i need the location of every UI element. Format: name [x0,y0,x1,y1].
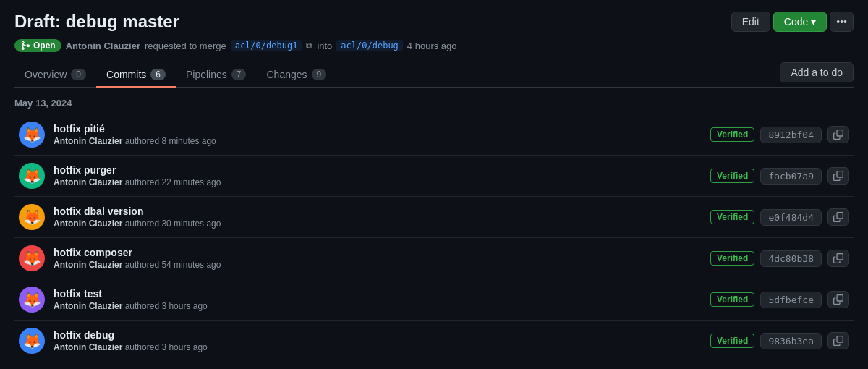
copy-hash-button[interactable] [827,208,849,226]
verified-badge: Verified [710,251,754,266]
commit-row: 🦊 hotfix debug Antonin Clauzier authored… [14,321,854,361]
verified-badge: Verified [710,169,754,183]
avatar: 🦊 [19,122,45,148]
commit-author: Antonin Clauzier authored 30 minutes ago [54,219,702,229]
tabs-bar: Overview0Commits6Pipelines7Changes9 Add … [14,62,854,88]
commit-row: 🦊 hotfix test Antonin Clauzier authored … [14,279,854,321]
tab-commits[interactable]: Commits6 [96,63,176,88]
copy-icon [833,171,843,181]
more-options-button[interactable]: ••• [830,12,854,32]
copy-icon [833,336,843,346]
commit-row: 🦊 hotfix dbal version Antonin Clauzier a… [14,197,854,238]
pr-time: 4 hours ago [407,41,457,51]
commit-author: Antonin Clauzier authored 3 hours ago [54,301,702,311]
tab-overview[interactable]: Overview0 [14,63,96,88]
tabs-left: Overview0Commits6Pipelines7Changes9 [14,63,336,87]
commit-hash[interactable]: 5dfbefce [760,292,822,308]
commit-author: Antonin Clauzier authored 3 hours ago [54,342,702,352]
pr-author: Antonin Clauzier [66,41,140,51]
commit-title[interactable]: hotfix composer [54,247,702,258]
add-todo-button[interactable]: Add a to do [780,62,854,82]
tab-label-changes: Changes [266,69,307,80]
tab-changes[interactable]: Changes9 [256,63,336,88]
date-group: May 13, 2024 [14,88,854,114]
tab-pipelines[interactable]: Pipelines7 [176,63,257,88]
commit-right: Verified 9836b3ea [710,332,849,349]
verified-badge: Verified [710,334,754,348]
commit-info: hotfix purger Antonin Clauzier authored … [54,164,702,187]
copy-hash-button[interactable] [827,250,849,267]
page-container: Draft: debug master Edit Code ▾ ••• Open… [0,0,868,369]
copy-branch-icon[interactable]: ⧉ [306,41,312,51]
commit-info: hotfix dbal version Antonin Clauzier aut… [54,205,702,229]
pr-title-actions: Edit Code ▾ ••• [731,12,854,32]
commit-row: 🦊 hotfix composer Antonin Clauzier autho… [14,238,854,279]
tab-label-commits: Commits [106,69,146,80]
avatar: 🦊 [19,328,45,354]
commit-info: hotfix debug Antonin Clauzier authored 3… [54,329,702,352]
commit-list: 🦊 hotfix pitié Antonin Clauzier authored… [14,114,854,361]
edit-button[interactable]: Edit [731,12,770,32]
tab-label-pipelines: Pipelines [186,69,227,80]
open-badge: Open [14,39,61,52]
commit-hash[interactable]: facb07a9 [760,168,822,184]
code-label: Code [784,16,808,27]
into-text: into [317,41,332,51]
copy-icon [833,130,843,140]
commit-row: 🦊 hotfix purger Antonin Clauzier authore… [14,156,854,197]
open-badge-label: Open [33,41,56,51]
commit-hash[interactable]: 9836b3ea [760,333,822,349]
commit-title[interactable]: hotfix purger [54,164,702,176]
avatar: 🦊 [19,287,45,313]
commit-right: Verified 5dfbefce [710,291,849,308]
commit-author: Antonin Clauzier authored 8 minutes ago [54,136,702,146]
avatar: 🦊 [19,204,45,230]
code-button[interactable]: Code ▾ [773,12,827,32]
commit-title[interactable]: hotfix debug [54,329,702,341]
tab-count-overview: 0 [71,69,86,80]
pr-meta: Open Antonin Clauzier requested to merge… [14,39,854,52]
commit-hash[interactable]: 8912bf04 [760,127,822,143]
commit-author: Antonin Clauzier authored 54 minutes ago [54,260,702,270]
verified-badge: Verified [710,292,754,307]
commit-right: Verified e0f484d4 [710,208,849,226]
avatar: 🦊 [19,245,45,271]
commit-hash[interactable]: e0f484d4 [760,209,822,226]
copy-icon [833,253,843,263]
copy-hash-button[interactable] [827,126,849,143]
commit-hash[interactable]: 4dc80b38 [760,250,822,267]
copy-icon [833,294,843,305]
commit-info: hotfix composer Antonin Clauzier authore… [54,247,702,270]
tab-label-overview: Overview [25,69,67,80]
commit-row: 🦊 hotfix pitié Antonin Clauzier authored… [14,114,854,156]
copy-hash-button[interactable] [827,332,849,349]
commit-right: Verified 8912bf04 [710,126,849,143]
source-branch[interactable]: acl/0/debug1 [231,40,302,51]
copy-hash-button[interactable] [827,167,849,184]
verified-badge: Verified [710,210,754,224]
commit-info: hotfix pitié Antonin Clauzier authored 8… [54,123,702,146]
ellipsis-icon: ••• [836,16,847,27]
tab-count-changes: 9 [312,69,327,80]
verified-badge: Verified [710,127,754,142]
avatar: 🦊 [19,163,45,189]
chevron-down-icon: ▾ [811,16,816,27]
copy-icon [833,212,843,222]
commit-right: Verified 4dc80b38 [710,250,849,267]
merge-icon [20,41,30,51]
commit-author: Antonin Clauzier authored 22 minutes ago [54,177,702,187]
pr-header: Draft: debug master Edit Code ▾ ••• [14,12,854,32]
commit-title[interactable]: hotfix test [54,288,702,300]
tab-count-pipelines: 7 [231,69,247,80]
copy-hash-button[interactable] [827,291,849,308]
pr-action-text: requested to merge [145,41,226,51]
commit-title[interactable]: hotfix dbal version [54,205,702,217]
commit-info: hotfix test Antonin Clauzier authored 3 … [54,288,702,311]
commit-title[interactable]: hotfix pitié [54,123,702,135]
commit-right: Verified facb07a9 [710,167,849,184]
tab-count-commits: 6 [150,69,166,80]
target-branch[interactable]: acl/0/debug [336,40,402,51]
pr-title: Draft: debug master [14,12,179,32]
